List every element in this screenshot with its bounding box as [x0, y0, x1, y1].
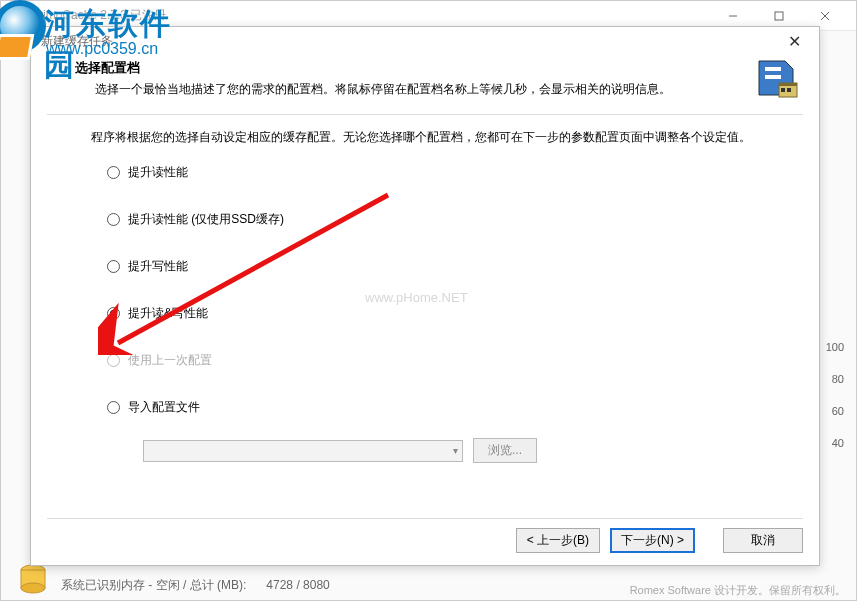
- radio-label: 使用上一次配置: [128, 352, 212, 369]
- wizard-buttons: < 上一步(B) 下一步(N) > 取消: [516, 528, 803, 553]
- dialog-header: 选择配置档 选择一个最恰当地描述了您的需求的配置档。将鼠标停留在配置档名称上等候…: [31, 55, 819, 108]
- dialog-close-button[interactable]: ✕: [779, 32, 809, 51]
- back-button[interactable]: < 上一步(B): [516, 528, 600, 553]
- parent-title: PrimoCache 2.7.3 已注册: [31, 7, 710, 24]
- radio-label: 提升读性能: [128, 164, 188, 181]
- radio-icon-checked: [107, 307, 120, 320]
- profile-radio-group: 提升读性能 提升读性能 (仅使用SSD缓存) 提升写性能 提升读&写性能 使用上…: [91, 164, 779, 463]
- dropdown-arrow-icon: ▾: [453, 445, 458, 456]
- header-title: 选择配置档: [75, 59, 791, 77]
- radio-option-read-ssd[interactable]: 提升读性能 (仅使用SSD缓存): [107, 211, 779, 228]
- memory-status-line: 系统已识别内存 - 空闲 / 总计 (MB): 4728 / 8080: [61, 577, 330, 594]
- mem-free: 4728: [266, 578, 293, 592]
- radio-icon: [107, 354, 120, 367]
- svg-rect-13: [779, 83, 797, 86]
- radio-label: 提升读性能 (仅使用SSD缓存): [128, 211, 284, 228]
- chart-label: 60: [826, 405, 844, 417]
- radio-option-read[interactable]: 提升读性能: [107, 164, 779, 181]
- radio-label: 提升读&写性能: [128, 305, 208, 322]
- chart-label: 100: [826, 341, 844, 353]
- svg-rect-1: [14, 13, 20, 19]
- cancel-button[interactable]: 取消: [723, 528, 803, 553]
- new-cache-task-dialog: 新建缓存任务 ✕ 选择配置档 选择一个最恰当地描述了您的需求的配置档。将鼠标停留…: [30, 26, 820, 566]
- radio-icon: [107, 213, 120, 226]
- svg-rect-11: [765, 75, 781, 79]
- svg-point-8: [21, 583, 45, 593]
- app-icon: [9, 8, 25, 24]
- svg-rect-15: [787, 88, 791, 92]
- radio-option-last-config: 使用上一次配置: [107, 352, 779, 369]
- chart-label: 40: [826, 437, 844, 449]
- parent-footer: Romex Software 设计开发。保留所有权利。: [630, 583, 846, 598]
- button-separator: [47, 518, 803, 519]
- content-hint: 程序将根据您的选择自动设定相应的缓存配置。无论您选择哪个配置档，您都可在下一步的…: [91, 129, 779, 146]
- radio-option-import[interactable]: 导入配置文件: [107, 399, 779, 416]
- mem-prefix: 系统已识别内存 - 空闲 / 总计 (MB):: [61, 578, 246, 592]
- header-description: 选择一个最恰当地描述了您的需求的配置档。将鼠标停留在配置档名称上等候几秒，会显示…: [75, 77, 791, 98]
- separator: [47, 114, 803, 115]
- radio-option-write[interactable]: 提升写性能: [107, 258, 779, 275]
- dialog-title: 新建缓存任务: [41, 33, 779, 50]
- dialog-titlebar: 新建缓存任务 ✕: [31, 27, 819, 55]
- radio-label: 提升写性能: [128, 258, 188, 275]
- profile-icon: [755, 57, 799, 101]
- chart-y-labels: 100 80 60 40: [826, 341, 844, 449]
- dialog-content: 程序将根据您的选择自动设定相应的缓存配置。无论您选择哪个配置档，您都可在下一步的…: [31, 117, 819, 463]
- radio-option-readwrite[interactable]: 提升读&写性能: [107, 305, 779, 322]
- radio-icon: [107, 166, 120, 179]
- chart-label: 80: [826, 373, 844, 385]
- radio-label: 导入配置文件: [128, 399, 200, 416]
- memory-barrel-icon: [19, 564, 47, 594]
- radio-icon: [107, 260, 120, 273]
- radio-icon: [107, 401, 120, 414]
- mem-total: 8080: [303, 578, 330, 592]
- svg-rect-14: [781, 88, 785, 92]
- import-file-row: ▾ 浏览...: [143, 438, 779, 463]
- svg-rect-10: [765, 67, 781, 71]
- svg-rect-3: [775, 12, 783, 20]
- next-button[interactable]: 下一步(N) >: [610, 528, 695, 553]
- browse-button: 浏览...: [473, 438, 537, 463]
- import-file-input: ▾: [143, 440, 463, 462]
